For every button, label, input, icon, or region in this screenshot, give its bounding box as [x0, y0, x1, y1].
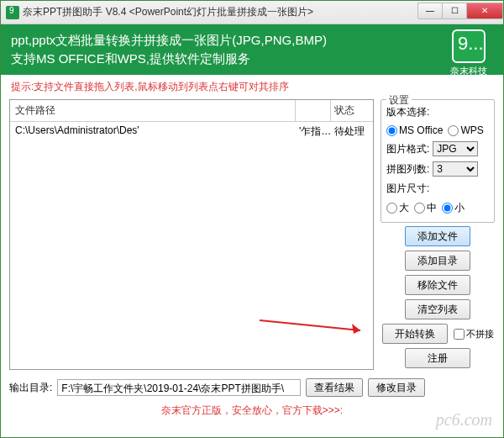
arrow-annotation-icon: [260, 315, 377, 335]
size-label: 图片尺寸:: [386, 182, 429, 196]
hint-text: 提示:支持文件直接拖入列表,鼠标移动到列表点右键可对其排序: [1, 75, 503, 99]
format-row: 图片格式: JPG: [386, 141, 489, 156]
cols-select[interactable]: 3: [433, 161, 478, 177]
size-options: 大 中 小: [386, 201, 489, 215]
settings-title: 设置: [386, 93, 412, 108]
view-result-button[interactable]: 查看结果: [306, 378, 363, 397]
window-controls: — ☐ ✕: [417, 3, 503, 19]
format-label: 图片格式:: [386, 142, 429, 156]
radio-large[interactable]: 大: [386, 201, 409, 215]
no-stitch-checkbox[interactable]: 不拼接: [450, 328, 494, 340]
footer: 奈末官方正版，安全放心，官方下载>>>:: [1, 400, 503, 421]
cell-path: C:\Users\Administrator\Des': [10, 122, 296, 141]
banner-line1: ppt,pptx文档批量转换并拼接成一张图片(JPG,PNG,BMP): [11, 31, 327, 50]
app-window: 奈末PPT拼图助手 V8.4 <PowerPoint幻灯片批量拼接成一张图片> …: [0, 0, 504, 438]
cell-author: '乍指…: [296, 122, 331, 141]
titlebar: 奈末PPT拼图助手 V8.4 <PowerPoint幻灯片批量拼接成一张图片> …: [1, 1, 503, 24]
brand-label: 奈末科技: [444, 65, 493, 77]
convert-row: 开始转换 不拼接: [382, 324, 494, 344]
brand-icon: [452, 29, 486, 63]
start-convert-button[interactable]: 开始转换: [382, 324, 448, 344]
minimize-button[interactable]: —: [417, 3, 443, 19]
cols-row: 拼图列数: 3: [386, 161, 489, 177]
add-file-button[interactable]: 添加文件: [405, 226, 470, 246]
add-dir-button[interactable]: 添加目录: [405, 251, 470, 271]
output-label: 输出目录:: [9, 381, 52, 395]
version-options: MS Office WPS: [386, 124, 489, 136]
banner-text: ppt,pptx文档批量转换并拼接成一张图片(JPG,PNG,BMP) 支持MS…: [11, 31, 327, 68]
brand-box: 奈末科技: [444, 29, 493, 77]
maximize-button[interactable]: ☐: [442, 3, 467, 19]
list-header: 文件路径 状态: [10, 100, 373, 122]
radio-wps[interactable]: WPS: [448, 124, 483, 136]
settings-group: 设置 版本选择: MS Office WPS 图片格式: JPG 拼图列数: 3: [381, 99, 495, 223]
col-status: 状态: [331, 100, 373, 121]
register-button[interactable]: 注册: [405, 348, 470, 368]
radio-mid[interactable]: 中: [414, 201, 437, 215]
footer-text: 奈末官方正版，安全放心，官方下载>>>:: [161, 404, 343, 416]
svg-line-0: [260, 320, 360, 330]
edit-dir-button[interactable]: 修改目录: [368, 378, 425, 397]
remove-file-button[interactable]: 移除文件: [405, 275, 470, 295]
format-select[interactable]: JPG: [433, 141, 478, 156]
banner-line2: 支持MS OFFICE和WPS,提供软件定制服务: [11, 50, 327, 68]
radio-small[interactable]: 小: [442, 201, 465, 215]
col-author: [296, 100, 331, 121]
clear-list-button[interactable]: 清空列表: [405, 299, 470, 319]
close-button[interactable]: ✕: [466, 3, 503, 19]
cell-status: 待处理: [331, 122, 373, 141]
settings-panel: 设置 版本选择: MS Office WPS 图片格式: JPG 拼图列数: 3: [381, 99, 495, 370]
radio-msoffice[interactable]: MS Office: [386, 124, 443, 136]
output-row: 输出目录: F:\宇畅工作文件夹\2019-01-24\奈末PPT拼图助手\ 查…: [1, 375, 503, 400]
size-row: 图片尺寸:: [386, 182, 489, 196]
col-path: 文件路径: [10, 100, 296, 121]
button-column: 添加文件 添加目录 移除文件 清空列表 开始转换 不拼接 注册: [381, 226, 495, 368]
main-area: 文件路径 状态 C:\Users\Administrator\Des' '乍指……: [1, 99, 503, 375]
cols-label: 拼图列数:: [386, 162, 429, 177]
output-path-field[interactable]: F:\宇畅工作文件夹\2019-01-24\奈末PPT拼图助手\: [57, 379, 301, 396]
app-icon: [6, 6, 19, 19]
window-title: 奈末PPT拼图助手 V8.4 <PowerPoint幻灯片批量拼接成一张图片>: [23, 5, 417, 19]
svg-marker-1: [352, 324, 360, 334]
banner: ppt,pptx文档批量转换并拼接成一张图片(JPG,PNG,BMP) 支持MS…: [1, 24, 503, 75]
table-row[interactable]: C:\Users\Administrator\Des' '乍指… 待处理: [10, 122, 373, 141]
